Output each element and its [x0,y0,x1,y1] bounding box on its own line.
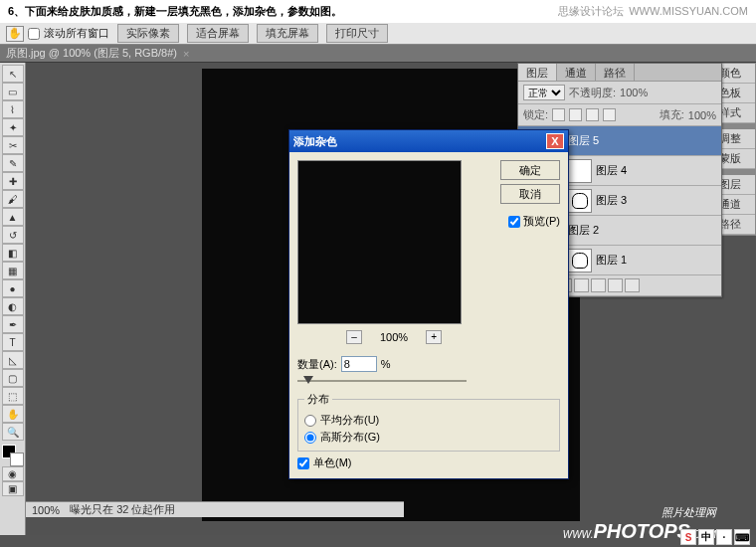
close-tab-icon[interactable]: × [183,48,189,60]
amount-slider[interactable] [297,376,467,386]
type-tool-icon[interactable]: T [2,333,24,351]
fill-label: 填充: [660,107,684,122]
history-brush-icon[interactable]: ↺ [2,226,24,244]
gaussian-radio[interactable] [304,432,316,444]
panel-label: 通道 [719,197,741,212]
panel-label: 颜色 [719,66,741,81]
hand-tool-icon[interactable]: ✋ [6,26,24,42]
3d-tool-icon[interactable]: ⬚ [2,387,24,405]
brush-tool-icon[interactable]: 🖌 [2,190,24,208]
tab-channels[interactable]: 通道 [557,64,596,81]
amount-unit: % [381,358,391,370]
ime-tray: S 中 · ⌨ [680,529,750,545]
move-tool-icon[interactable]: ↖ [2,65,24,83]
blend-mode-select[interactable]: 正常 [523,85,565,100]
actual-pixels-button[interactable]: 实际像素 [117,24,179,43]
heal-tool-icon[interactable]: ✚ [2,172,24,190]
fit-screen-button[interactable]: 适合屏幕 [187,24,249,43]
panel-label: 蒙版 [719,151,741,166]
gradient-tool-icon[interactable]: ▦ [2,262,24,279]
distribution-legend: 分布 [304,392,332,407]
screenmode-icon[interactable]: ▣ [2,481,24,496]
layer-mask-thumb[interactable] [568,189,592,213]
caption-text: 6、下面来给皮肤加质感，新建一层填充黑色，添加杂色，参数如图。 [8,4,342,19]
document-tab[interactable]: 原图.jpg @ 100% (图层 5, RGB/8#) × [0,45,756,63]
panel-label: 路径 [719,217,741,232]
status-bar: 100% 曝光只在 32 位起作用 [26,501,404,517]
eraser-tool-icon[interactable]: ◧ [2,244,24,262]
close-icon[interactable]: X [546,133,564,149]
opacity-label: 不透明度: [569,86,616,100]
noise-preview [297,160,462,324]
cancel-button[interactable]: 取消 [500,184,560,204]
fill-value[interactable]: 100% [688,109,716,121]
ime-punct-icon[interactable]: · [716,529,732,545]
zoom-in-button[interactable]: + [426,330,442,344]
dialog-title: 添加杂色 [293,134,337,149]
zoom-value: 100% [380,331,408,343]
status-zoom[interactable]: 100% [32,504,60,516]
tab-paths[interactable]: 路径 [596,64,635,81]
amount-label: 数量(A): [297,357,337,372]
lock-pos-icon[interactable] [586,108,599,121]
print-size-button[interactable]: 打印尺寸 [326,24,388,43]
trash-icon[interactable] [625,278,640,292]
marquee-tool-icon[interactable]: ▭ [2,83,24,100]
panel-label: 调整 [719,131,741,146]
tutorial-caption: 6、下面来给皮肤加质感，新建一层填充黑色，添加杂色，参数如图。 思缘设计论坛 W… [0,0,756,23]
status-info: 曝光只在 32 位起作用 [70,502,175,517]
group-icon[interactable] [591,278,606,292]
uniform-radio[interactable] [304,415,316,427]
pen-tool-icon[interactable]: ✒ [2,315,24,333]
dodge-tool-icon[interactable]: ◐ [2,297,24,315]
monochrome-checkbox[interactable] [297,457,309,469]
lock-trans-icon[interactable] [552,108,565,121]
caption-source: 思缘设计论坛 WWW.MISSYUAN.COM [558,4,748,19]
layer-name: 图层 5 [568,133,599,148]
lock-label: 锁定: [523,107,548,122]
gaussian-label: 高斯分布(G) [320,430,380,445]
fill-screen-button[interactable]: 填充屏幕 [257,24,318,43]
add-noise-dialog: 添加杂色 X – 100% + 确定 取消 预览(P) 数量(A): % 分布 … [288,129,569,479]
shape-tool-icon[interactable]: ▢ [2,369,24,387]
lock-pixel-icon[interactable] [569,108,582,121]
ime-zh-icon[interactable]: 中 [698,529,714,545]
amount-input[interactable] [341,356,377,372]
preview-checkbox[interactable] [508,216,520,228]
ime-kb-icon[interactable]: ⌨ [734,529,750,545]
dialog-titlebar[interactable]: 添加杂色 X [289,130,568,152]
lock-all-icon[interactable] [603,108,616,121]
adjust-icon[interactable] [574,278,589,292]
panel-label: 色板 [719,86,741,100]
uniform-label: 平均分布(U) [320,413,379,428]
preview-label: 预览(P) [523,214,560,229]
hand-tool2-icon[interactable]: ✋ [2,405,24,423]
options-bar: ✋ 滚动所有窗口 实际像素 适合屏幕 填充屏幕 打印尺寸 [0,23,756,45]
zoom-tool-icon[interactable]: 🔍 [2,423,24,441]
panel-label: 样式 [719,105,741,120]
wand-tool-icon[interactable]: ✦ [2,118,24,136]
ok-button[interactable]: 确定 [500,160,560,180]
scroll-all-checkbox[interactable] [28,28,40,40]
lasso-tool-icon[interactable]: ⌇ [2,100,24,118]
eyedropper-tool-icon[interactable]: ✎ [2,154,24,172]
layer-name: 图层 3 [596,193,627,208]
document-tab-label: 原图.jpg @ 100% (图层 5, RGB/8#) [6,46,177,61]
layer-mask-thumb[interactable] [568,249,592,273]
crop-tool-icon[interactable]: ✂ [2,136,24,154]
path-tool-icon[interactable]: ◺ [2,351,24,369]
tab-layers[interactable]: 图层 [518,64,557,81]
zoom-out-button[interactable]: – [346,330,362,344]
new-layer-icon[interactable] [608,278,623,292]
opacity-value[interactable]: 100% [620,87,648,98]
blur-tool-icon[interactable]: ● [2,279,24,297]
tool-palette: ↖ ▭ ⌇ ✦ ✂ ✎ ✚ 🖌 ▲ ↺ ◧ ▦ ● ◐ ✒ T ◺ ▢ ⬚ ✋ … [0,63,26,535]
layer-name: 图层 4 [596,163,627,178]
scroll-all-label: 滚动所有窗口 [44,26,109,41]
color-swatch[interactable] [2,445,24,466]
quickmask-icon[interactable]: ◉ [2,466,24,481]
panel-label: 图层 [719,177,741,192]
stamp-tool-icon[interactable]: ▲ [2,208,24,226]
layer-mask-thumb[interactable] [568,159,592,183]
ime-s-icon[interactable]: S [680,529,696,545]
